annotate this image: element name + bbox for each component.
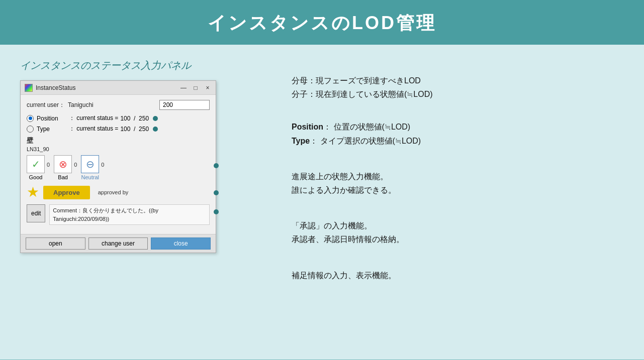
star-icon: ★: [27, 185, 39, 199]
annotation-group-2: Position： 位置の状態値(≒LOD) Type： タイプ選択の状態値(≒…: [292, 120, 624, 147]
position-dot: [153, 116, 158, 121]
wall-label: 壁: [27, 136, 210, 145]
bad-label: Bad: [58, 174, 68, 180]
annotation-line-1a: 分母：現フェーズで到達すべきLOD: [292, 74, 624, 87]
minimize-button[interactable]: —: [179, 84, 188, 91]
annotation-line-3b: 誰による入力か確認できる。: [292, 183, 624, 197]
annotation-line-4b: 承認者、承認日時情報の格納。: [292, 232, 624, 246]
header: インスタンスのLOD管理: [0, 0, 644, 45]
annotation-group-4: 「承認」の入力機能。 承認者、承認日時情報の格納。: [292, 219, 624, 246]
annotation-group-5: 補足情報の入力、表示機能。: [292, 269, 624, 282]
gbn-row: ✓ Good 0 ⊗ Bad 0: [27, 155, 104, 180]
position-radio[interactable]: [27, 115, 34, 122]
window-icon: [25, 84, 33, 92]
annotation-line-2b: Type： タイプ選択の状態値(≒LOD): [292, 134, 624, 148]
window-footer: open change user close: [21, 234, 216, 253]
approve-button[interactable]: Approve: [43, 186, 90, 199]
annotation-group-1: 分母：現フェーズで到達すべきLOD 分子：現在到達している状態値(≒LOD): [292, 74, 624, 101]
edit-button[interactable]: edit: [27, 204, 45, 222]
change-user-button[interactable]: change user: [88, 237, 148, 250]
window-controls: — □ ×: [179, 84, 212, 91]
current-user-label: current user：: [27, 101, 65, 109]
type-row: Type ： current status = 100 / 250: [27, 125, 210, 133]
page-title: インスタンスのLOD管理: [0, 11, 644, 36]
type-current: 100 / 250: [120, 126, 149, 133]
approved-by-label: approved by: [98, 189, 129, 195]
restore-button[interactable]: □: [192, 84, 200, 91]
type-radio[interactable]: [27, 126, 34, 133]
type-status-label: ： current status =: [69, 125, 118, 133]
close-button[interactable]: close: [151, 237, 211, 250]
type-label: Type: [37, 126, 69, 133]
neutral-button-group: ⊖ Neutral: [81, 155, 99, 180]
instance-status-window: InstanceStatus — □ × current user： Tanig…: [20, 80, 216, 253]
window-title: InstanceStatus: [36, 84, 179, 91]
approve-dot: [214, 190, 219, 195]
annotation-line-4a: 「承認」の入力機能。: [292, 219, 624, 232]
comment-dot: [214, 209, 219, 214]
type-dot: [153, 127, 158, 132]
neutral-label: Neutral: [81, 174, 99, 180]
window-body: current user： Taniguchi 200 100 300: [21, 95, 216, 234]
position-row: Position ： current status = 100 / 250: [27, 114, 210, 123]
right-panel: 分母：現フェーズで到達すべきLOD 分子：現在到達している状態値(≒LOD) P…: [261, 59, 624, 293]
position-label: Position: [37, 115, 69, 122]
good-icon[interactable]: ✓: [27, 155, 45, 173]
open-button[interactable]: open: [26, 237, 85, 250]
status-section: Position ： current status = 100 / 250 Ty…: [27, 114, 210, 133]
neutral-count: 0: [101, 162, 104, 168]
lod-dropdown-wrapper: 200 100 300: [159, 100, 210, 110]
lod-dropdown[interactable]: 200 100 300: [159, 100, 210, 110]
gbn-dot: [214, 163, 219, 168]
good-label: Good: [29, 174, 43, 180]
good-count: 0: [47, 162, 50, 168]
annotation-line-1b: 分子：現在到達している状態値(≒LOD): [292, 87, 624, 101]
annotation-line-2a: Position： 位置の状態値(≒LOD): [292, 120, 624, 134]
annotation-group-3: 進展途上の状態入力機能。 誰による入力か確認できる。: [292, 170, 624, 197]
comment-text: Comment：良く分かりませんでした。((by Taniguchi:2020/…: [49, 204, 210, 225]
good-button-group: ✓ Good: [27, 155, 45, 180]
bad-count: 0: [74, 162, 77, 168]
bad-icon[interactable]: ⊗: [54, 155, 72, 173]
current-user-value: Taniguchi: [68, 101, 159, 108]
panel-subtitle: インスタンスのステータス入力パネル: [20, 59, 191, 72]
position-status-label: ： current status =: [69, 114, 118, 123]
bad-button-group: ⊗ Bad: [54, 155, 72, 180]
ln-label: LN31_90: [27, 146, 210, 152]
annotation-line-5a: 補足情報の入力、表示機能。: [292, 269, 624, 282]
user-row: current user： Taniguchi 200 100 300: [27, 100, 210, 110]
position-current: 100 / 250: [120, 115, 149, 122]
window-close-button[interactable]: ×: [204, 84, 212, 91]
approve-row: ★ Approve approved by: [27, 185, 210, 199]
annotation-line-3a: 進展途上の状態入力機能。: [292, 170, 624, 183]
neutral-icon[interactable]: ⊖: [81, 155, 99, 173]
left-panel: インスタンスのステータス入力パネル InstanceStatus — □ × c…: [20, 59, 261, 253]
comment-row: edit Comment：良く分かりませんでした。((by Taniguchi:…: [27, 204, 210, 225]
main-content: インスタンスのステータス入力パネル InstanceStatus — □ × c…: [0, 45, 644, 359]
window-titlebar: InstanceStatus — □ ×: [21, 81, 216, 95]
